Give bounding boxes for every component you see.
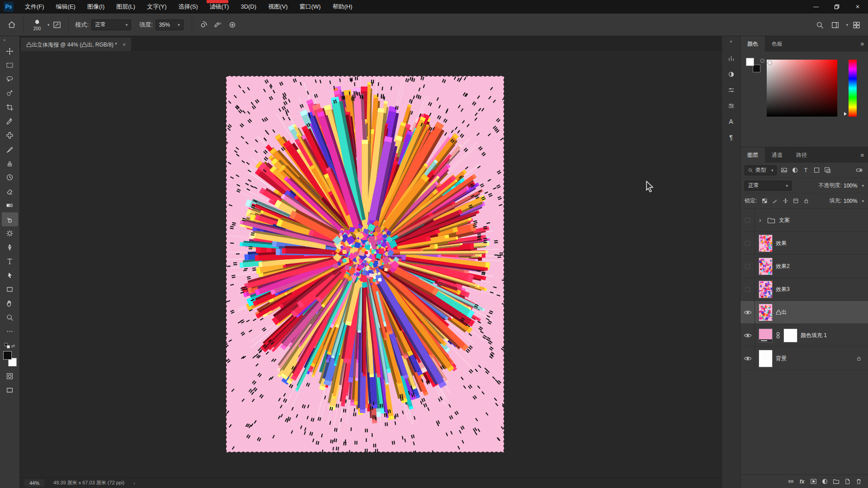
lock-transparent-button[interactable] (760, 196, 769, 206)
smudge-tool[interactable] (2, 212, 18, 226)
stamp-tool[interactable] (2, 156, 18, 170)
crop-tool[interactable] (2, 100, 18, 114)
menu-item-8[interactable]: 3D(D) (235, 0, 262, 14)
blend-mode-select[interactable]: 正常 ▾ (745, 181, 792, 191)
menu-item-5[interactable]: 文字(Y) (141, 0, 172, 14)
home-button[interactable] (5, 17, 19, 33)
layer-row-凸出[interactable]: 凸出 (741, 301, 868, 324)
gradient-tool[interactable] (2, 198, 18, 212)
menu-item-11[interactable]: 帮助(H) (326, 0, 358, 14)
layers-panel-tab-图层[interactable]: 图层 (741, 147, 765, 163)
layer-name[interactable]: 效果2 (776, 263, 790, 270)
minimize-button[interactable]: — (806, 0, 826, 14)
new-group-button[interactable] (831, 477, 841, 487)
delete-layer-button[interactable] (854, 477, 863, 487)
historybrush-tool[interactable] (2, 170, 18, 184)
dodge-tool[interactable] (2, 226, 18, 240)
pathselect-tool[interactable] (2, 268, 18, 282)
menu-item-2[interactable]: 编辑(E) (50, 0, 81, 14)
airbrush-button[interactable] (211, 17, 225, 33)
panel-menu-icon[interactable]: ≡ (860, 147, 864, 163)
chevron-down-icon[interactable]: ▾ (47, 23, 50, 27)
ellipsis-tool[interactable] (2, 324, 18, 338)
toolbar-collapse-button[interactable]: » (0, 36, 6, 44)
eraser-tool[interactable] (2, 184, 18, 198)
panel-foreground-swatch[interactable] (746, 58, 754, 66)
brush-tool[interactable] (2, 142, 18, 156)
layer-row-背景[interactable]: 背景 (741, 347, 868, 370)
tablet-pressure-size-button[interactable] (225, 17, 240, 33)
menu-item-4[interactable]: 图层(L) (110, 0, 141, 14)
zoom-level-field[interactable]: 44% (24, 479, 44, 487)
link-layers-button[interactable] (786, 477, 796, 487)
layer-styles-button[interactable]: fx (797, 477, 807, 487)
strength-select[interactable]: 35%▾ (156, 19, 184, 30)
properties-panel-button[interactable] (724, 83, 738, 97)
expand-arrow-icon[interactable]: › (759, 216, 764, 224)
lock-artboard-button[interactable] (791, 196, 801, 206)
canvas-viewport[interactable] (20, 51, 722, 477)
layers-panel-tab-通道[interactable]: 通道 (765, 147, 789, 163)
panel-menu-icon[interactable]: ≡ (860, 36, 864, 52)
hand-tool[interactable] (2, 296, 18, 310)
menu-item-7[interactable]: 滤镜(T) (204, 0, 235, 14)
layer-name[interactable]: 文案 (779, 216, 790, 224)
filter-smart-button[interactable] (823, 165, 833, 175)
filter-toggle-button[interactable] (854, 165, 864, 175)
add-layer-mask-button[interactable] (808, 477, 818, 487)
arrange-documents-button[interactable] (849, 17, 863, 33)
mode-select[interactable]: 正常▾ (91, 19, 131, 30)
status-options-chevron[interactable]: › (133, 480, 135, 486)
layer-mask-thumbnail[interactable] (784, 329, 797, 342)
no-color-icon[interactable] (760, 59, 764, 63)
color-panel-tab-颜色[interactable]: 颜色 (741, 36, 765, 52)
libraries-panel-button[interactable] (724, 67, 738, 81)
move-tool[interactable] (2, 44, 18, 58)
adjustments-panel-button[interactable] (724, 52, 738, 65)
layer-row-文案[interactable]: ›文案 (741, 209, 868, 232)
document-canvas[interactable] (226, 76, 504, 452)
zoom-tool[interactable] (2, 310, 18, 324)
layer-row-效果3[interactable]: 效果3 (741, 278, 868, 301)
expand-panels-button[interactable]: « (730, 38, 732, 47)
document-tab[interactable]: 凸出立体海报 @ 44% (凸出, RGB/8) * × (21, 38, 131, 51)
tablet-pressure-opacity-button[interactable] (196, 17, 211, 33)
menu-item-10[interactable]: 窗口(W) (293, 0, 326, 14)
layer-thumbnail[interactable] (759, 350, 772, 367)
filter-image-button[interactable] (779, 165, 789, 175)
paragraph-panel-button[interactable]: ¶ (724, 131, 738, 144)
workspace-button[interactable] (828, 17, 842, 33)
visibility-toggle[interactable] (741, 324, 755, 347)
hue-slider[interactable] (849, 60, 857, 117)
layer-name[interactable]: 颜色填充 1 (801, 332, 827, 339)
layer-row-效果2[interactable]: 效果2 (741, 255, 868, 278)
visibility-toggle[interactable] (741, 209, 755, 231)
layer-thumbnail[interactable] (759, 304, 772, 321)
default-swap-colors[interactable]: ⇄ (5, 342, 15, 349)
quick-mask-button[interactable] (2, 369, 18, 383)
layer-thumbnail[interactable] (759, 281, 772, 298)
brush-preset-picker[interactable]: 200 (29, 19, 45, 31)
filter-type-button[interactable]: T (801, 165, 811, 175)
lock-position-button[interactable] (780, 196, 790, 206)
visibility-toggle[interactable] (741, 255, 755, 277)
layer-thumbnail[interactable] (759, 235, 772, 252)
menu-item-1[interactable]: 文件(F) (19, 0, 50, 14)
chevron-down-icon[interactable]: ▾ (846, 23, 848, 27)
menu-item-6[interactable]: 选择(S) (172, 0, 203, 14)
clone-source-panel-button[interactable] (724, 99, 738, 113)
layer-row-颜色填充 1[interactable]: 颜色填充 1 (741, 324, 868, 347)
visibility-toggle[interactable] (741, 301, 755, 324)
lasso-tool[interactable] (2, 72, 18, 86)
filter-shape-button[interactable] (812, 165, 822, 175)
layers-panel-tab-路径[interactable]: 路径 (789, 147, 814, 163)
panel-color-chips[interactable] (746, 58, 761, 73)
quickselect-tool[interactable] (2, 86, 18, 100)
layer-name[interactable]: 凸出 (776, 309, 787, 316)
layer-name[interactable]: 效果3 (776, 286, 790, 293)
character-panel-button[interactable]: A (724, 115, 738, 128)
layer-row-效果[interactable]: 效果 (741, 232, 868, 255)
visibility-toggle[interactable] (741, 278, 755, 300)
opacity-value[interactable]: 100% (844, 183, 858, 189)
marquee-tool[interactable] (2, 58, 18, 72)
